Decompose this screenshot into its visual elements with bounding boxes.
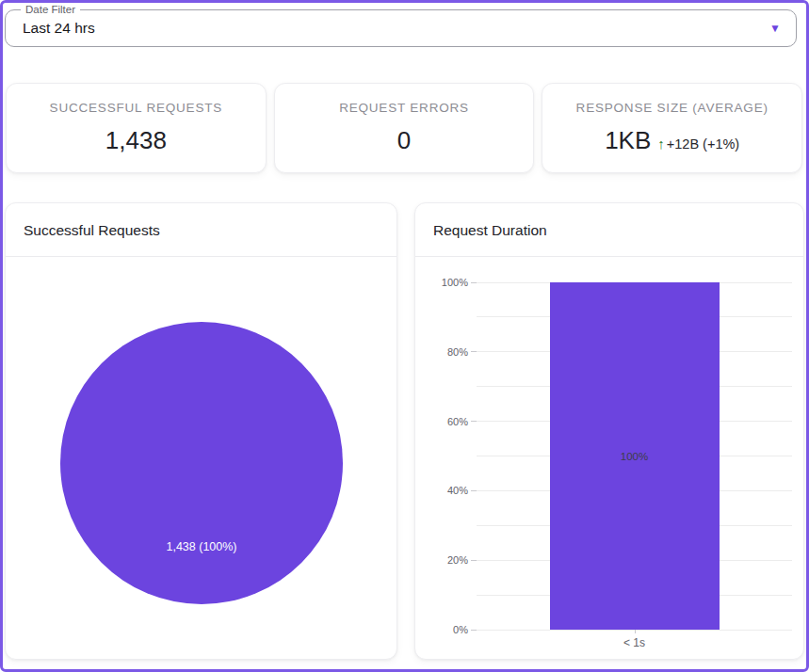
stat-label: REQUEST ERRORS <box>339 101 469 115</box>
x-axis-category-label: < 1s <box>477 636 792 649</box>
date-filter-select[interactable]: Date Filter Last 24 hrs ▼ <box>5 9 797 47</box>
stats-row: SUCCESSFUL REQUESTS 1,438 REQUEST ERRORS… <box>6 83 802 173</box>
x-axis-tick-mark <box>635 630 636 633</box>
stat-card-response-size: RESPONSE SIZE (AVERAGE) 1KB ↑+12B (+1%) <box>542 83 802 173</box>
bar-chart: 0%20%40%60%80%100%100%< 1s <box>477 282 792 630</box>
pie-chart-slice[interactable]: 1,438 (100%) <box>60 322 343 604</box>
y-axis-tick-mark <box>471 421 477 422</box>
date-filter-value: Last 24 hrs <box>23 10 95 46</box>
bar-value-label: 100% <box>550 451 720 462</box>
stat-delta-text: +12B (+1%) <box>667 136 739 152</box>
stat-value-row: 1KB ↑+12B (+1%) <box>605 126 739 155</box>
y-axis-tick-label: 80% <box>447 345 468 359</box>
panel-title: Request Duration <box>415 203 803 257</box>
stat-label: SUCCESSFUL REQUESTS <box>50 101 222 115</box>
bar-segment[interactable]: 100% <box>550 282 720 630</box>
arrow-up-icon: ↑ <box>657 136 665 152</box>
y-axis-tick-label: 20% <box>447 553 468 567</box>
y-axis-tick-label: 60% <box>447 415 468 428</box>
y-axis-tick-mark <box>471 560 477 561</box>
y-axis-tick-mark <box>471 490 477 491</box>
panel-request-duration: Request Duration 0%20%40%60%80%100%100%<… <box>414 202 804 660</box>
panel-title: Successful Requests <box>6 203 396 257</box>
stat-card-successful-requests: SUCCESSFUL REQUESTS 1,438 <box>6 83 267 173</box>
stat-card-request-errors: REQUEST ERRORS 0 <box>274 83 535 173</box>
chevron-down-icon: ▼ <box>769 23 781 34</box>
stat-value: 1KB <box>605 126 651 155</box>
y-axis-tick-label: 100% <box>442 276 468 289</box>
y-axis-tick-label: 0% <box>453 623 468 636</box>
y-axis-tick-label: 40% <box>447 484 468 497</box>
y-axis-tick-mark <box>471 282 477 283</box>
stat-label: RESPONSE SIZE (AVERAGE) <box>576 101 769 115</box>
panel-successful-requests: Successful Requests 1,438 (100%) <box>5 202 397 660</box>
stat-value: 1,438 <box>105 126 167 155</box>
dashboard-page: Date Filter Last 24 hrs ▼ SUCCESSFUL REQ… <box>0 0 809 672</box>
stat-delta: ↑+12B (+1%) <box>657 136 739 152</box>
y-axis-tick-mark <box>471 630 477 631</box>
y-axis-tick-mark <box>471 351 477 352</box>
pie-chart-area: 1,438 (100%) <box>6 257 396 660</box>
stat-value: 0 <box>397 126 411 155</box>
bar-chart-area: 0%20%40%60%80%100%100%< 1s <box>415 257 803 660</box>
pie-slice-label: 1,438 (100%) <box>60 540 343 553</box>
